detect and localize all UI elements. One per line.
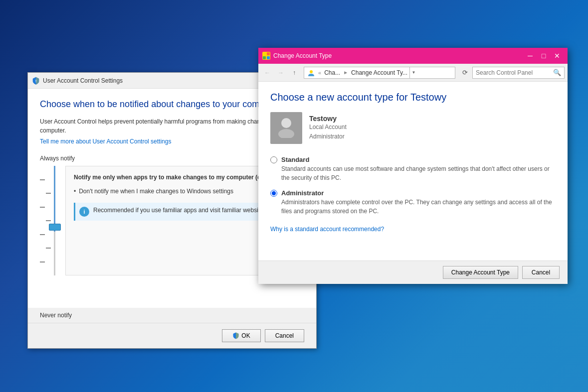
cat-window-title: Change Account Type [273, 52, 521, 59]
svg-rect-2 [267, 52, 270, 55]
cat-page-title: Choose a new account type for Testowy [270, 92, 556, 103]
uac-ok-button[interactable]: OK [222, 329, 260, 342]
standard-label-row: Standard [270, 156, 556, 163]
breadcrumb-separator-1: « [318, 70, 321, 76]
breadcrumb-arrow: ► [343, 70, 348, 75]
standard-description: Standard accounts can use most software … [281, 164, 556, 182]
notch-7 [46, 234, 51, 261]
uac-slider-thumb[interactable] [49, 224, 61, 231]
search-box[interactable]: 🔍 [472, 67, 565, 79]
uac-info-text: Recommended if you use familiar apps and… [93, 207, 268, 214]
cat-window: Change Account Type ─ □ ✕ ← → ↑ « Cha...… [258, 48, 568, 284]
control-panel-icon [262, 52, 270, 60]
standard-radio[interactable] [270, 156, 277, 163]
notch-4 [40, 248, 45, 275]
uac-slider-fill [54, 166, 55, 275]
breadcrumb-left[interactable]: Cha... [324, 69, 340, 76]
standard-label: Standard [281, 156, 309, 163]
cat-cancel-button[interactable]: Cancel [522, 266, 560, 279]
administrator-label: Administrator [281, 189, 324, 197]
cat-content: Choose a new account type for Testowy Te… [258, 82, 568, 261]
address-box[interactable]: « Cha... ► Change Account Ty... ▼ [304, 67, 455, 79]
user-name: Testowy [309, 115, 347, 123]
administrator-option: Administrator Administrators have comple… [270, 189, 556, 216]
svg-point-6 [281, 118, 291, 128]
user-avatar [270, 112, 302, 144]
address-icon [307, 69, 315, 77]
up-button[interactable]: ↑ [288, 67, 300, 79]
refresh-button[interactable]: ⟳ [459, 67, 471, 79]
notch-3 [40, 221, 45, 248]
info-icon: i [79, 207, 89, 217]
user-profile: Testowy Local Account Administrator [270, 112, 556, 144]
cat-title-icon [262, 52, 270, 60]
user-info: Testowy Local Account Administrator [309, 115, 347, 141]
notch-5 [46, 179, 51, 207]
uac-footer: OK Cancel [28, 323, 316, 348]
account-options: Standard Standard accounts can use most … [270, 156, 556, 216]
svg-rect-4 [267, 56, 270, 59]
search-icon[interactable]: 🔍 [553, 68, 561, 77]
notch-2 [40, 193, 45, 221]
uac-title-icon: ! [32, 77, 40, 85]
svg-rect-3 [263, 56, 266, 59]
notch-1 [40, 166, 45, 193]
uac-cancel-button[interactable]: Cancel [265, 329, 304, 342]
why-standard-link[interactable]: Why is a standard account recommended? [270, 226, 384, 233]
administrator-label-row: Administrator [270, 189, 556, 197]
svg-rect-1 [263, 52, 266, 55]
minimize-button[interactable]: ─ [524, 51, 537, 61]
search-input[interactable] [476, 69, 551, 76]
close-button[interactable]: ✕ [551, 51, 564, 61]
cat-footer: Change Account Type Cancel [258, 261, 568, 284]
address-chevron[interactable]: ▼ [409, 67, 417, 79]
uac-slider-track[interactable] [54, 166, 55, 275]
user-role: Administrator [309, 132, 347, 141]
uac-notch-group-1 [40, 166, 45, 275]
administrator-radio[interactable] [270, 190, 277, 197]
uac-never-notify-label: Never notify [28, 308, 316, 323]
cat-title-controls: ─ □ ✕ [524, 51, 564, 61]
cat-addressbar: ← → ↑ « Cha... ► Change Account Ty... ▼ … [258, 64, 568, 82]
breadcrumb-right[interactable]: Change Account Ty... [351, 69, 407, 76]
maximize-button[interactable]: □ [537, 51, 550, 61]
administrator-description: Administrators have complete control ove… [281, 198, 556, 216]
forward-button[interactable]: → [275, 67, 287, 79]
svg-point-7 [278, 129, 294, 138]
standard-option: Standard Standard accounts can use most … [270, 156, 556, 182]
cat-titlebar: Change Account Type ─ □ ✕ [258, 48, 568, 64]
user-icon [308, 69, 315, 76]
avatar-person-icon [274, 114, 298, 142]
shield-icon [232, 332, 239, 339]
svg-text:!: ! [35, 79, 37, 83]
user-account-type: Local Account [309, 123, 347, 132]
svg-point-5 [310, 70, 313, 73]
back-button[interactable]: ← [261, 67, 273, 79]
change-account-type-button[interactable]: Change Account Type [443, 266, 518, 279]
